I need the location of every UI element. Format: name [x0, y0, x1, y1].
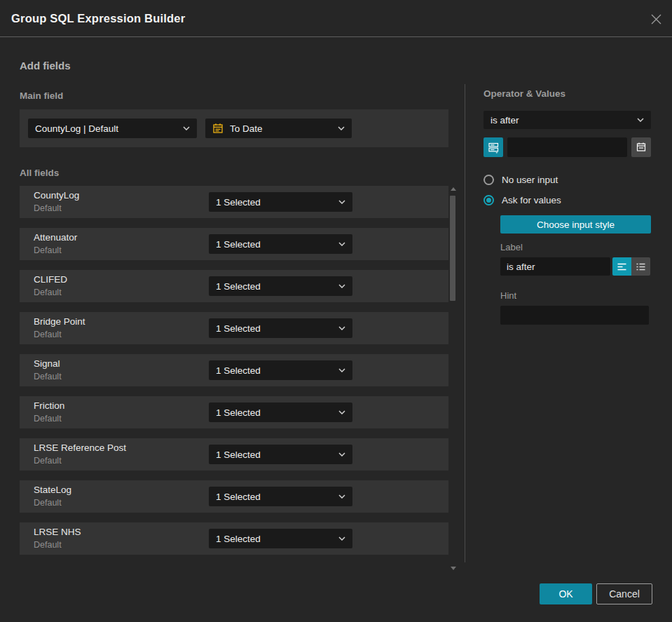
value-input[interactable] — [507, 137, 627, 157]
radio-selected-icon — [484, 195, 494, 205]
field-row: CountyLog Default 1 Selected — [20, 186, 448, 218]
field-selection-dropdown[interactable]: 1 Selected — [209, 276, 352, 296]
chevron-down-icon — [338, 452, 345, 457]
scroll-down-arrow-icon[interactable] — [451, 567, 456, 570]
main-field-date-select[interactable]: To Date — [205, 119, 352, 138]
main-field-box: CountyLog | Default To Date — [20, 109, 448, 147]
field-selection-value: 1 Selected — [216, 492, 333, 502]
chevron-down-icon — [183, 126, 190, 130]
field-selection-value: 1 Selected — [216, 281, 333, 292]
field-selection-dropdown[interactable]: 1 Selected — [209, 487, 352, 506]
choose-input-style-button[interactable]: Choose input style — [500, 215, 651, 234]
field-selection-value: 1 Selected — [216, 534, 333, 544]
field-selection-value: 1 Selected — [216, 449, 333, 460]
field-row-text: CLIFED Default — [34, 274, 67, 297]
panel-divider — [465, 84, 465, 562]
field-subtitle: Default — [34, 245, 77, 255]
title-bar: Group SQL Expression Builder — [0, 0, 672, 37]
field-row-text: Bridge Point Default — [34, 316, 85, 339]
main-field-date-select-value: To Date — [230, 123, 332, 134]
radio-no-user-input[interactable]: No user input — [484, 175, 651, 185]
field-selection-dropdown[interactable]: 1 Selected — [209, 403, 352, 422]
chevron-down-icon — [338, 284, 345, 288]
field-row-text: LRSE NHS Default — [34, 527, 81, 550]
field-row: LRSE NHS Default 1 Selected — [20, 522, 448, 555]
chevron-down-icon — [338, 200, 345, 204]
close-button[interactable] — [649, 12, 663, 26]
field-subtitle: Default — [34, 288, 67, 297]
hint-input[interactable] — [500, 306, 649, 325]
scroll-up-arrow-icon[interactable] — [451, 187, 456, 191]
field-row-text: Friction Default — [34, 400, 64, 424]
all-fields-list: CountyLog Default 1 Selected Attenuator … — [20, 186, 448, 572]
field-name: Bridge Point — [34, 316, 85, 327]
field-row: LRSE Reference Post Default 1 Selected — [20, 438, 448, 471]
scrollbar[interactable] — [450, 184, 456, 572]
field-subtitle: Default — [34, 498, 71, 508]
close-icon — [650, 13, 662, 25]
set-value-from-field-button[interactable] — [484, 137, 503, 157]
main-field-select[interactable]: CountyLog | Default — [28, 119, 197, 138]
field-subtitle: Default — [34, 414, 64, 424]
label-input[interactable] — [500, 257, 610, 276]
stacked-fields-icon — [488, 142, 500, 154]
operator-select-value: is after — [491, 115, 631, 126]
field-name: CLIFED — [34, 274, 67, 285]
add-fields-heading: Add fields — [20, 60, 448, 72]
chevron-down-icon — [338, 126, 345, 130]
field-row-text: StateLog Default — [34, 485, 71, 508]
label-row — [500, 257, 651, 276]
field-name: CountyLog — [34, 190, 79, 201]
radio-ask-for-values[interactable]: Ask for values — [484, 195, 651, 205]
all-fields-label: All fields — [20, 168, 448, 178]
value-row — [484, 137, 651, 157]
hint-caption: Hint — [500, 290, 651, 301]
operator-values-panel: Operator & Values is after — [484, 88, 651, 325]
field-selection-value: 1 Selected — [216, 407, 333, 418]
field-name: StateLog — [34, 485, 71, 495]
group-sql-expression-builder-dialog: Group SQL Expression Builder Add fields … — [0, 0, 672, 622]
field-row-text: Attenuator Default — [34, 232, 77, 255]
field-row-text: CountyLog Default — [34, 190, 79, 213]
chevron-down-icon — [338, 410, 345, 414]
field-row: Attenuator Default 1 Selected — [20, 228, 448, 260]
field-row-text: LRSE Reference Post Default — [34, 442, 126, 466]
chevron-down-icon — [338, 242, 345, 246]
bullet-list-icon — [636, 262, 646, 271]
field-selection-value: 1 Selected — [216, 323, 333, 334]
chevron-down-icon — [637, 118, 644, 122]
field-selection-value: 1 Selected — [216, 239, 333, 250]
dialog-title: Group SQL Expression Builder — [11, 12, 185, 25]
field-name: Signal — [34, 358, 62, 369]
label-caption: Label — [500, 242, 651, 252]
add-fields-panel: Add fields Main field CountyLog | Defaul… — [20, 60, 448, 572]
calendar-icon — [636, 142, 647, 153]
align-left-icon — [617, 262, 627, 271]
field-selection-value: 1 Selected — [216, 197, 333, 208]
field-selection-dropdown[interactable]: 1 Selected — [209, 234, 352, 254]
cancel-button[interactable]: Cancel — [596, 583, 652, 604]
date-picker-button[interactable] — [631, 137, 651, 157]
ok-button[interactable]: OK — [540, 583, 592, 604]
field-subtitle: Default — [34, 203, 79, 213]
ask-for-values-options: Choose input style Label — [500, 215, 651, 325]
field-selection-dropdown[interactable]: 1 Selected — [209, 529, 352, 548]
field-name: LRSE NHS — [34, 527, 81, 537]
list-style-button[interactable] — [631, 257, 650, 276]
chevron-down-icon — [338, 536, 345, 541]
main-field-label: Main field — [20, 90, 448, 101]
field-name: Attenuator — [34, 232, 77, 243]
field-subtitle: Default — [34, 540, 81, 550]
scrollbar-thumb[interactable] — [450, 196, 455, 301]
field-row: Signal Default 1 Selected — [20, 354, 448, 386]
field-row: CLIFED Default 1 Selected — [20, 270, 448, 302]
field-selection-dropdown[interactable]: 1 Selected — [209, 360, 352, 380]
field-subtitle: Default — [34, 372, 62, 381]
operator-select[interactable]: is after — [484, 111, 651, 129]
operator-values-heading: Operator & Values — [484, 88, 651, 99]
field-selection-dropdown[interactable]: 1 Selected — [209, 192, 352, 212]
field-selection-dropdown[interactable]: 1 Selected — [209, 445, 352, 464]
single-line-style-button[interactable] — [612, 257, 631, 276]
field-selection-dropdown[interactable]: 1 Selected — [209, 318, 352, 338]
chevron-down-icon — [338, 368, 345, 372]
